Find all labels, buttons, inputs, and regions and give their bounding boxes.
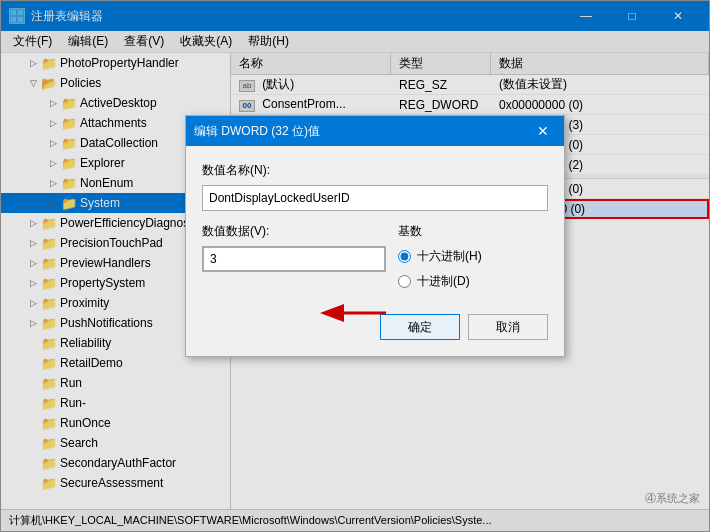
radio-hex-input[interactable] (398, 250, 411, 263)
base-section: 基数 十六进制(H) 十进制(D) (398, 223, 548, 298)
edit-dword-dialog: 编辑 DWORD (32 位)值 ✕ 数值名称(N): 数值数据(V): 基数 (185, 115, 565, 357)
dialog-buttons: 确定 取消 (202, 314, 548, 340)
value-base-row: 数值数据(V): 基数 十六进制(H) 十进制(D) (202, 223, 548, 298)
dialog-close-button[interactable]: ✕ (530, 118, 556, 144)
radio-dec-input[interactable] (398, 275, 411, 288)
modal-overlay: 编辑 DWORD (32 位)值 ✕ 数值名称(N): 数值数据(V): 基数 (0, 0, 710, 532)
value-section: 数值数据(V): (202, 223, 386, 272)
base-label: 基数 (398, 223, 548, 240)
dialog-title-bar: 编辑 DWORD (32 位)值 ✕ (186, 116, 564, 146)
radio-group: 十六进制(H) 十进制(D) (398, 248, 548, 290)
dialog-title: 编辑 DWORD (32 位)值 (194, 123, 530, 140)
value-input[interactable] (202, 246, 386, 272)
radio-hex[interactable]: 十六进制(H) (398, 248, 548, 265)
radio-dec[interactable]: 十进制(D) (398, 273, 548, 290)
name-input[interactable] (202, 185, 548, 211)
value-label: 数值数据(V): (202, 223, 386, 240)
name-label: 数值名称(N): (202, 162, 548, 179)
ok-button[interactable]: 确定 (380, 314, 460, 340)
dialog-body: 数值名称(N): 数值数据(V): 基数 十六进制(H) (186, 146, 564, 356)
cancel-button[interactable]: 取消 (468, 314, 548, 340)
